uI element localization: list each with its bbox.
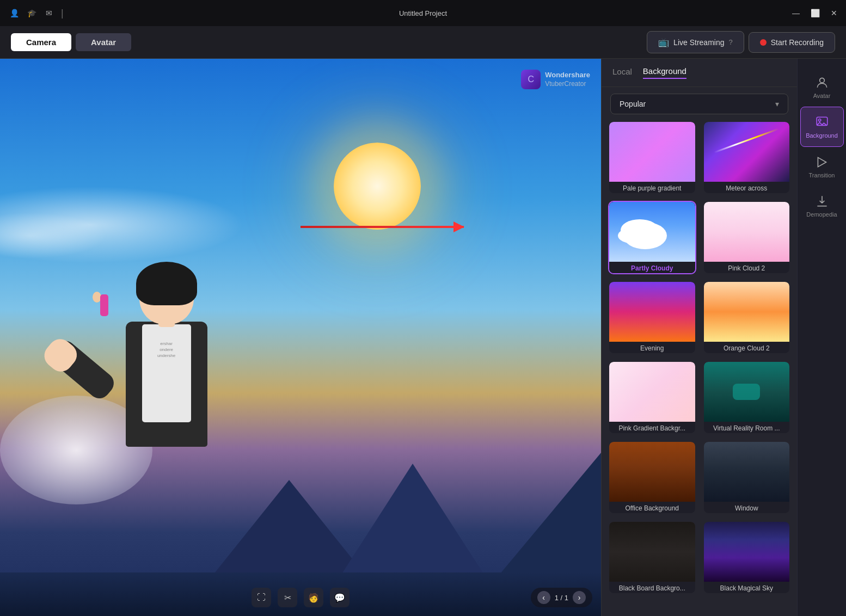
avatar-hand bbox=[39, 334, 81, 376]
category-dropdown[interactable]: Popular ▾ bbox=[610, 94, 788, 114]
bg-thumbnail-orange-cloud bbox=[704, 282, 790, 342]
sidebar-item-transition[interactable]: Transition bbox=[800, 147, 844, 186]
bg-item-vr-room[interactable]: Virtual Reality Room ... bbox=[703, 361, 791, 434]
panel-tabs: Local Background bbox=[602, 59, 797, 87]
sidebar-item-demopedia[interactable]: Demopedia bbox=[800, 186, 844, 225]
bg-label-pink-cloud: Pink Cloud 2 bbox=[704, 262, 790, 273]
svg-point-0 bbox=[819, 78, 824, 83]
preview-controls: ⛶ ✂ 🧑 💬 bbox=[252, 588, 350, 607]
page-prev-button[interactable]: ‹ bbox=[537, 591, 550, 604]
bg-label-pink-gradient: Pink Gradient Backgr... bbox=[609, 422, 695, 433]
background-panel: Local Background Popular ▾ Pale purple g… bbox=[601, 59, 797, 616]
bg-item-meteor[interactable]: Meteor across bbox=[703, 121, 791, 194]
bg-label-partly-cloudy: Partly Cloudy bbox=[609, 262, 695, 273]
bg-thumbnail-partly-cloudy bbox=[609, 202, 695, 262]
watermark-brand-line2: VtuberCreator bbox=[545, 80, 590, 89]
sidebar-demopedia-label: Demopedia bbox=[806, 211, 837, 218]
bg-item-magical-sky[interactable]: Black Magical Sky bbox=[703, 521, 791, 594]
avatar-sidebar-icon bbox=[814, 75, 830, 90]
avatar-control-button[interactable]: 🧑 bbox=[304, 588, 323, 607]
avatar-tab[interactable]: Avatar bbox=[76, 33, 131, 51]
bg-label-magical-sky: Black Magical Sky bbox=[704, 582, 790, 593]
avatar-shirt: ersharondereundershe bbox=[142, 324, 191, 422]
bg-item-window[interactable]: Window bbox=[703, 441, 791, 514]
watermark-brand-line1: Wondershare bbox=[545, 71, 590, 80]
preview-background: C Wondershare VtuberCreator bbox=[0, 59, 601, 616]
bg-thumbnail-vr-room bbox=[704, 362, 790, 422]
livestream-button[interactable]: 📺 Live Streaming ? bbox=[647, 31, 744, 53]
livestream-label: Live Streaming bbox=[673, 38, 724, 47]
page-total: 1 bbox=[565, 594, 568, 602]
page-next-button[interactable]: › bbox=[573, 591, 586, 604]
window-controls: — ⬜ ✕ bbox=[792, 9, 837, 17]
bg-label-meteor: Meteor across bbox=[704, 182, 790, 193]
pagination: ‹ 1 / 1 › bbox=[531, 588, 592, 607]
main-content: C Wondershare VtuberCreator bbox=[0, 59, 846, 616]
record-dot-icon bbox=[760, 39, 767, 46]
minimize-button[interactable]: — bbox=[792, 9, 800, 17]
bg-thumbnail-window bbox=[704, 442, 790, 502]
sidebar-background-label: Background bbox=[806, 132, 838, 139]
bg-label-window: Window bbox=[704, 502, 790, 513]
bg-item-office[interactable]: Office Background bbox=[608, 441, 696, 514]
livestream-icon: 📺 bbox=[658, 37, 669, 47]
bg-thumbnail-pale-purple bbox=[609, 122, 695, 182]
main-toolbar: Camera Avatar 📺 Live Streaming ? Start R… bbox=[0, 26, 846, 59]
preview-area: C Wondershare VtuberCreator bbox=[0, 59, 601, 616]
livestream-help-icon[interactable]: ? bbox=[728, 38, 732, 46]
dropdown-chevron-icon: ▾ bbox=[775, 100, 779, 108]
avatar-shirt-text: ersharondereundershe bbox=[142, 341, 191, 359]
bg-thumbnail-office bbox=[609, 442, 695, 502]
bg-item-orange-cloud[interactable]: Orange Cloud 2 bbox=[703, 281, 791, 354]
bg-label-pale-purple: Pale purple gradient bbox=[609, 182, 695, 193]
bg-thumbnail-evening bbox=[609, 282, 695, 342]
avatar-arm-raised bbox=[46, 336, 118, 403]
record-button[interactable]: Start Recording bbox=[749, 32, 835, 53]
demopedia-sidebar-icon bbox=[814, 194, 830, 209]
right-sidebar: Avatar Background Transition bbox=[797, 59, 846, 616]
bg-label-blackboard: Black Board Backgro... bbox=[609, 582, 695, 593]
bg-thumbnail-pink-cloud bbox=[704, 202, 790, 262]
bg-thumbnail-meteor bbox=[704, 122, 790, 182]
transition-sidebar-icon bbox=[814, 155, 830, 170]
svg-point-2 bbox=[818, 119, 820, 121]
bg-item-blackboard[interactable]: Black Board Backgro... bbox=[608, 521, 696, 594]
bg-label-evening: Evening bbox=[609, 342, 695, 353]
bg-item-pink-cloud[interactable]: Pink Cloud 2 bbox=[703, 201, 791, 274]
bg-thumbnail-pink-gradient bbox=[609, 362, 695, 422]
sidebar-avatar-label: Avatar bbox=[813, 93, 831, 99]
chat-button[interactable]: 💬 bbox=[330, 588, 350, 607]
sidebar-transition-label: Transition bbox=[809, 172, 835, 178]
sidebar-item-background[interactable]: Background bbox=[800, 107, 844, 147]
bg-item-pale-purple[interactable]: Pale purple gradient bbox=[608, 121, 696, 194]
moon-element bbox=[334, 143, 421, 230]
expand-button[interactable]: ⛶ bbox=[252, 588, 271, 607]
tab-background[interactable]: Background bbox=[643, 66, 686, 79]
camera-tab[interactable]: Camera bbox=[11, 33, 71, 51]
svg-marker-3 bbox=[818, 157, 826, 167]
graduation-icon[interactable]: 🎓 bbox=[26, 8, 37, 19]
bg-item-pink-gradient[interactable]: Pink Gradient Backgr... bbox=[608, 361, 696, 434]
sidebar-item-avatar[interactable]: Avatar bbox=[800, 67, 844, 107]
close-button[interactable]: ✕ bbox=[831, 9, 837, 17]
tab-local[interactable]: Local bbox=[612, 67, 632, 78]
titlebar: 👤 🎓 ✉ | Untitled Project — ⬜ ✕ bbox=[0, 0, 846, 26]
vr-icon bbox=[733, 384, 760, 400]
bg-thumbnail-blackboard bbox=[609, 522, 695, 582]
watermark-logo: C bbox=[521, 70, 541, 89]
background-sidebar-icon bbox=[814, 115, 830, 130]
bg-item-evening[interactable]: Evening bbox=[608, 281, 696, 354]
watermark: C Wondershare VtuberCreator bbox=[521, 70, 590, 89]
bg-label-orange-cloud: Orange Cloud 2 bbox=[704, 342, 790, 353]
arrow-indicator bbox=[301, 226, 464, 228]
avatar-character: ersharondereundershe bbox=[90, 262, 243, 588]
crop-button[interactable]: ✂ bbox=[278, 588, 297, 607]
record-label: Start Recording bbox=[771, 38, 824, 47]
maximize-button[interactable]: ⬜ bbox=[811, 9, 820, 17]
bg-label-office: Office Background bbox=[609, 502, 695, 513]
mail-icon[interactable]: ✉ bbox=[44, 8, 54, 19]
page-separator: / bbox=[561, 594, 565, 602]
bg-thumbnail-magical-sky bbox=[704, 522, 790, 582]
bg-item-partly-cloudy[interactable]: Partly Cloudy bbox=[608, 201, 696, 274]
profile-icon[interactable]: 👤 bbox=[9, 8, 20, 19]
